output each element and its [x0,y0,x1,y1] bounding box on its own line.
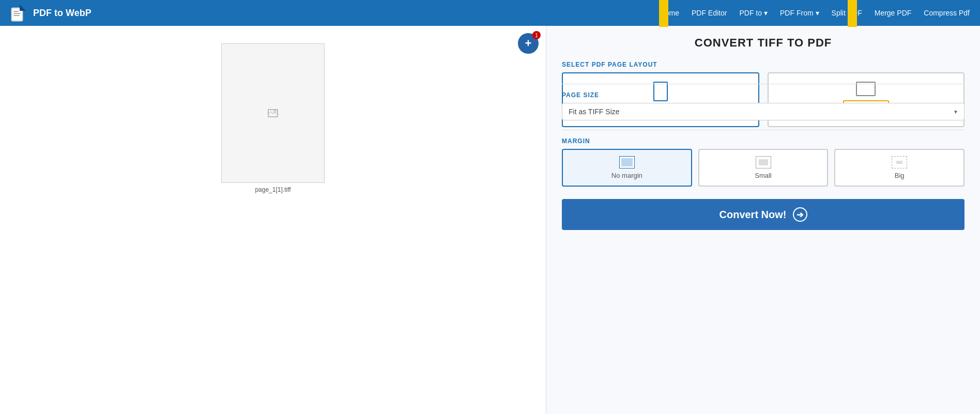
chevron-down-icon: ▾ [816,9,819,17]
nav-pdf-to[interactable]: PDF to ▾ [739,9,768,17]
panel-title: CONVERT TIFF TO PDF [562,36,964,50]
chevron-down-icon: ▾ [764,9,768,17]
margin-section: MARGIN No margin Small Big [562,130,964,187]
nav-split-pdf[interactable]: Split PDF [832,9,862,17]
left-panel: 1 + page_1[1].tiff [0,26,546,414]
nav-pdf-editor[interactable]: PDF Editor [692,9,727,17]
logo-icon [10,4,29,22]
convert-arrow-icon: ➔ [793,207,807,222]
nav-merge-pdf[interactable]: Merge PDF [875,9,912,17]
file-count-badge: 1 [532,31,541,39]
file-name: page_1[1].tiff [255,186,290,193]
big-margin-label: Big [895,172,905,179]
margin-no-margin[interactable]: No margin [562,149,692,187]
layout-section-label: SELECT PDF PAGE LAYOUT [562,61,964,68]
page-size-select-wrapper: Fit as TIFF Size A4 Letter Legal [562,103,964,120]
big-margin-icon [892,156,907,168]
file-preview [221,43,325,183]
small-margin-label: Small [755,172,772,179]
margin-small[interactable]: Small [698,149,829,187]
logo-text: PDF to WebP [33,8,91,19]
right-panel: CONVERT TIFF TO PDF SELECT PDF PAGE LAYO… [546,26,980,414]
logo[interactable]: PDF to WebP [10,4,91,22]
page-size-section: PAGE SIZE Fit as TIFF Size A4 Letter Leg… [562,84,964,120]
plus-icon: + [525,38,532,49]
file-card: page_1[1].tiff [221,43,325,193]
no-margin-label: No margin [611,172,642,179]
main-nav: Home PDF Editor PDF to ▾ PDF From ▾ Spli… [660,9,970,17]
nav-home[interactable]: Home [660,9,679,17]
no-margin-icon [619,156,635,168]
page-size-label: PAGE SIZE [562,91,964,99]
header: PDF to WebP Home PDF Editor PDF to ▾ PDF… [0,0,980,26]
margin-options: No margin Small Big [562,149,964,187]
convert-now-button[interactable]: Convert Now! ➔ [562,199,964,230]
nav-pdf-from[interactable]: PDF From ▾ [780,9,819,17]
svg-rect-4 [13,11,19,12]
add-button-wrapper: 1 + [518,33,539,54]
svg-rect-6 [13,15,20,16]
margin-label: MARGIN [562,137,964,145]
margin-big[interactable]: Big [834,149,964,187]
nav-compress-pdf[interactable]: Compress Pdf [924,9,970,17]
main-content: 1 + page_1[1].tiff CONVERT TIFF TO PDF S… [0,26,980,414]
page-size-select[interactable]: Fit as TIFF Size A4 Letter Legal [562,103,964,120]
add-file-button[interactable]: 1 + [518,33,539,54]
svg-rect-5 [13,13,21,14]
small-margin-icon [756,156,771,168]
convert-button-label: Convert Now! [719,209,787,221]
file-preview-image-icon [268,109,278,117]
